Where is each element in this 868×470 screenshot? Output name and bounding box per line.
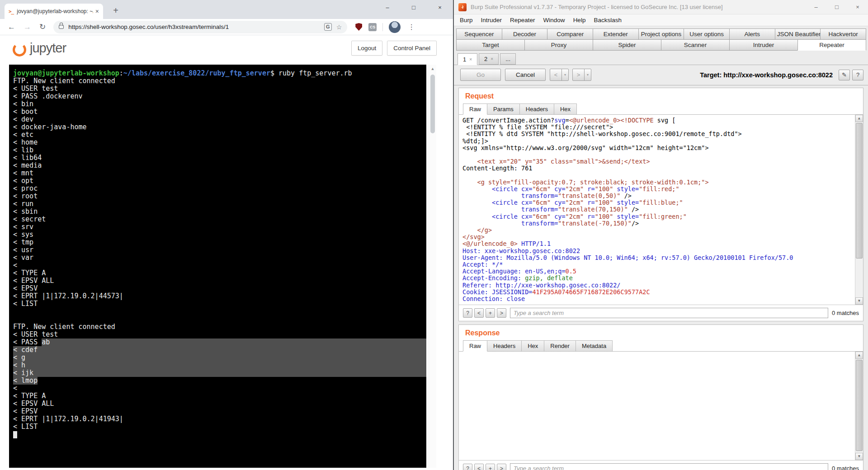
tab-intruder[interactable]: Intruder xyxy=(729,39,798,51)
request-raw-text[interactable]: GET /convertImage.action?svg=<@urlencode… xyxy=(462,117,851,302)
tab-scanner[interactable]: Scanner xyxy=(661,39,730,51)
response-search-input[interactable] xyxy=(510,463,828,470)
close-tab-icon[interactable]: × xyxy=(491,56,493,61)
go-button[interactable]: Go xyxy=(460,69,501,81)
scrollbar-up-icon[interactable]: ▲ xyxy=(429,65,436,71)
response-panel: Response RawHeadersHexRenderMetadata ▲ ▼… xyxy=(458,324,863,470)
request-tab-params[interactable]: Params xyxy=(487,103,520,115)
tab-proxy[interactable]: Proxy xyxy=(524,39,593,51)
terminal-line: < lmop xyxy=(13,377,426,385)
scrollbar-down-icon[interactable]: ▼ xyxy=(855,453,863,460)
repeater-tab--[interactable]: ... xyxy=(500,53,516,65)
scrollbar-up-icon[interactable]: ▲ xyxy=(855,352,863,359)
help-button[interactable]: ? xyxy=(852,70,863,80)
translate-icon[interactable]: G xyxy=(324,23,332,31)
search-next-button[interactable]: > xyxy=(497,464,506,470)
tab-extender[interactable]: Extender xyxy=(593,28,639,40)
url-text[interactable]: https://shell-workshop.gosec.co/user/h3x… xyxy=(68,24,320,30)
search-previous-button[interactable]: < xyxy=(474,464,484,470)
tab-user-options[interactable]: User options xyxy=(684,28,730,40)
jupyter-logo[interactable]: jupyter xyxy=(13,41,66,56)
search-previous-button[interactable]: < xyxy=(474,308,484,318)
response-tab-headers[interactable]: Headers xyxy=(487,340,522,352)
close-icon[interactable]: × xyxy=(427,4,453,11)
search-help-button[interactable]: ? xyxy=(463,308,472,318)
request-line: Cookie: JSESSIONID=41F295A074665F716872E… xyxy=(462,289,851,296)
response-tab-metadata[interactable]: Metadata xyxy=(576,340,613,352)
search-options-button[interactable]: + xyxy=(486,308,495,318)
request-tab-headers[interactable]: Headers xyxy=(519,103,554,115)
tab-hackvertor[interactable]: Hackvertor xyxy=(820,28,866,40)
tab-project-options[interactable]: Project options xyxy=(638,28,684,40)
minimize-icon[interactable]: – xyxy=(374,4,401,11)
response-tab-hex[interactable]: Hex xyxy=(521,340,544,352)
cancel-button[interactable]: Cancel xyxy=(505,69,546,81)
close-icon[interactable]: × xyxy=(847,0,868,14)
previous-request-button[interactable]: < ▾ xyxy=(550,69,569,81)
menu-item-backslash[interactable]: Backslash xyxy=(590,17,626,24)
terminal-output[interactable]: jovyan@jupyterlab-workshop:~/labs/exerci… xyxy=(9,65,426,468)
request-editor[interactable]: GET /convertImage.action?svg=<@urlencode… xyxy=(459,115,863,305)
terminal-line: < cdef xyxy=(13,346,426,354)
menu-item-burp[interactable]: Burp xyxy=(456,17,477,24)
request-search-input[interactable] xyxy=(510,308,828,318)
address-bar[interactable]: https://shell-workshop.gosec.co/user/h3x… xyxy=(53,21,347,33)
tab-comparer[interactable]: Comparer xyxy=(547,28,593,40)
chevron-down-icon[interactable]: ▾ xyxy=(584,69,591,81)
search-help-button[interactable]: ? xyxy=(463,464,472,470)
menu-item-window[interactable]: Window xyxy=(539,17,569,24)
menu-item-intruder[interactable]: Intruder xyxy=(477,17,506,24)
chevron-down-icon[interactable]: ▾ xyxy=(561,69,569,81)
maximize-icon[interactable]: □ xyxy=(401,4,427,11)
next-request-button[interactable]: > ▾ xyxy=(572,69,591,81)
maximize-icon[interactable]: □ xyxy=(826,0,847,14)
browser-tab[interactable]: >_ jovyan@jupyterlab-workshop: ~/ × xyxy=(5,4,103,19)
ublock-extension-icon[interactable] xyxy=(355,23,362,31)
new-tab-button[interactable]: + xyxy=(109,4,122,17)
search-next-button[interactable]: > xyxy=(497,308,506,318)
tab-alerts[interactable]: Alerts xyxy=(729,28,775,40)
profile-avatar[interactable] xyxy=(389,21,401,33)
back-icon[interactable]: ← xyxy=(8,23,15,32)
tab-sequencer[interactable]: Sequencer xyxy=(456,28,502,40)
tab-close-icon[interactable]: × xyxy=(95,8,99,15)
tab-target[interactable]: Target xyxy=(456,39,525,51)
minimize-icon[interactable]: – xyxy=(806,0,826,14)
close-tab-icon[interactable]: × xyxy=(469,57,472,62)
previous-icon[interactable]: < xyxy=(550,69,562,81)
response-scrollbar[interactable]: ▲ ▼ xyxy=(855,352,863,460)
reload-icon[interactable]: ↻ xyxy=(39,22,46,32)
request-tab-raw[interactable]: Raw xyxy=(463,103,487,115)
tab-spider[interactable]: Spider xyxy=(593,39,661,51)
request-scrollbar[interactable]: ▲ ▼ xyxy=(855,115,863,305)
scrollbar-thumb[interactable] xyxy=(856,360,863,451)
forward-icon[interactable]: → xyxy=(24,23,31,32)
page-scrollbar[interactable]: ▲ xyxy=(429,65,436,468)
bookmark-star-icon[interactable]: ☆ xyxy=(336,24,342,31)
repeater-tab-1[interactable]: 1× xyxy=(458,53,477,65)
edit-target-button[interactable]: ✎ xyxy=(839,70,850,80)
chrome-window-controls: – □ × xyxy=(374,0,453,14)
chrome-menu-icon[interactable]: ⋮ xyxy=(408,23,415,31)
search-options-button[interactable]: + xyxy=(486,464,495,470)
scrollbar-thumb[interactable] xyxy=(856,123,863,258)
logout-button[interactable]: Logout xyxy=(351,41,382,56)
scrollbar-thumb[interactable] xyxy=(430,75,435,133)
request-line: <circle cx="6cm" cy="2cm" r="100" style=… xyxy=(462,199,851,206)
menu-item-help[interactable]: Help xyxy=(569,17,590,24)
response-editor[interactable]: ▲ ▼ xyxy=(459,352,863,460)
cs-extension-icon[interactable]: CS xyxy=(368,23,377,31)
repeater-tab-2[interactable]: 2× xyxy=(479,53,499,65)
response-tab-render[interactable]: Render xyxy=(544,340,576,352)
menu-item-repeater[interactable]: Repeater xyxy=(506,17,539,24)
control-panel-button[interactable]: Control Panel xyxy=(387,41,437,56)
tab-repeater[interactable]: Repeater xyxy=(797,39,866,51)
request-tab-hex[interactable]: Hex xyxy=(554,103,577,115)
next-icon[interactable]: > xyxy=(572,69,585,81)
request-line: Accept-Language: en-US,en;q=0.5 xyxy=(462,268,851,275)
response-tab-raw[interactable]: Raw xyxy=(463,340,487,352)
scrollbar-down-icon[interactable]: ▼ xyxy=(855,297,863,305)
scrollbar-up-icon[interactable]: ▲ xyxy=(855,115,863,122)
tab-json-beautifier[interactable]: JSON Beautifier xyxy=(775,28,821,40)
tab-decoder[interactable]: Decoder xyxy=(502,28,548,40)
